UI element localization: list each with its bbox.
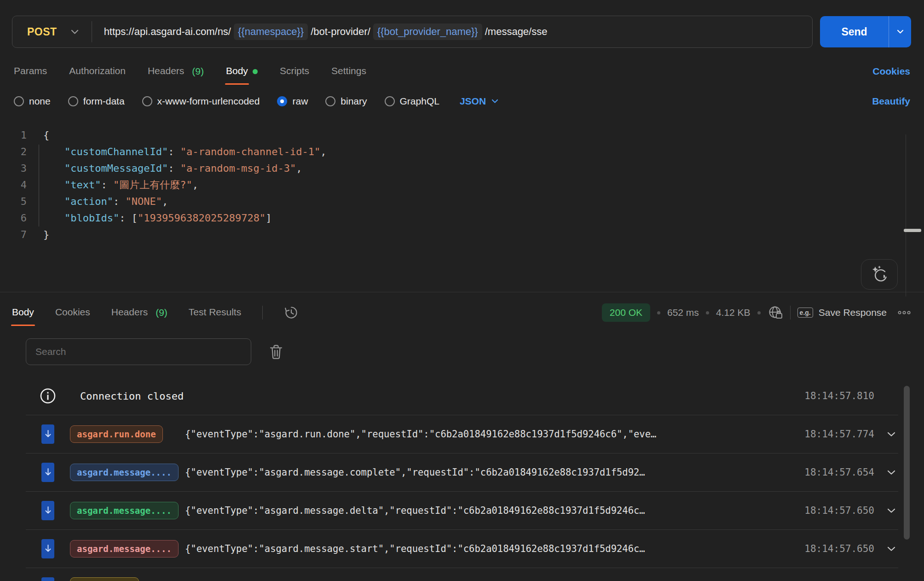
clear-events-button[interactable] [270, 344, 283, 360]
mode-none[interactable]: none [14, 96, 51, 107]
chevron-down-icon [897, 29, 904, 34]
response-headers-count: (9) [156, 307, 167, 318]
message-received-icon [41, 424, 54, 444]
status-badge[interactable]: 200 OK [602, 303, 650, 322]
code-line: 7 } [0, 227, 924, 243]
event-message: Connection closed [70, 390, 792, 402]
line-number: 3 [0, 160, 27, 177]
tab-params[interactable]: Params [14, 65, 47, 77]
event-row[interactable]: asgard.run.done {"eventType":"asgard.run… [26, 415, 898, 453]
response-section: Body Cookies Headers(9) Test Results 200… [0, 292, 924, 581]
code-line: 1 { [0, 127, 924, 144]
response-tab-body[interactable]: Body [12, 307, 34, 319]
line-number: 4 [0, 177, 27, 193]
event-stream-list: Connection closed 18:14:57.810 asgard.ru… [26, 377, 898, 581]
request-body-editor[interactable]: 1 { 2 "customChannelId": "a-random-chann… [0, 127, 924, 292]
line-number: 5 [0, 193, 27, 210]
mode-binary[interactable]: binary [325, 96, 367, 107]
postbot-sparkle-icon [870, 265, 889, 284]
url-segment: /bot-provider/ [311, 26, 370, 38]
event-message: {"eventType":"asgard.message.start","req… [185, 543, 792, 554]
tab-scripts[interactable]: Scripts [280, 65, 309, 77]
event-message: {"eventType":"asgard.message.complete","… [185, 467, 792, 478]
url-segment: https://api.asgard-ai.com/ns/ [104, 26, 231, 38]
event-row[interactable]: asgard.message.... {"eventType":"asgard.… [26, 492, 898, 530]
response-size[interactable]: 4.12 KB [716, 307, 751, 318]
expand-event-button[interactable] [884, 432, 898, 437]
message-received-icon [41, 463, 54, 482]
url-segment: /message/sse [485, 26, 548, 38]
url-input[interactable]: https://api.asgard-ai.com/ns/ {{namespac… [92, 23, 548, 40]
mode-graphql[interactable]: GraphQL [385, 96, 439, 107]
events-scrollbar-thumb[interactable] [904, 386, 910, 540]
send-button[interactable]: Send [820, 16, 889, 47]
event-type-badge: asgard.message.... [70, 540, 179, 558]
info-icon [40, 388, 56, 404]
tab-settings[interactable]: Settings [331, 65, 366, 77]
method-selector[interactable]: POST [12, 26, 92, 38]
response-history-button[interactable] [284, 305, 299, 320]
request-tabs: Params Authorization Headers(9) Body Scr… [0, 48, 924, 77]
response-more-options-button[interactable] [897, 310, 911, 315]
cookies-link[interactable]: Cookies [872, 66, 910, 77]
event-row-connection-closed[interactable]: Connection closed 18:14:57.810 [26, 377, 898, 415]
event-row[interactable]: asgard.message.... {"eventType":"asgard.… [26, 453, 898, 492]
event-type-badge: asgard.message.... [70, 502, 179, 519]
expand-event-button[interactable] [884, 470, 898, 475]
expand-event-button[interactable] [884, 546, 898, 552]
mode-raw[interactable]: raw [277, 96, 308, 107]
save-as-example-icon: e.g. [797, 308, 813, 318]
event-timestamp: 18:14:57.654 [804, 467, 874, 478]
radio-icon [325, 96, 335, 106]
response-tab-test-results[interactable]: Test Results [189, 307, 241, 319]
response-meta: 200 OK 652 ms 4.12 KB e. [602, 303, 911, 322]
tab-body[interactable]: Body [226, 65, 258, 77]
language-selector[interactable]: JSON [460, 96, 498, 107]
event-timestamp: 18:14:57.650 [804, 543, 874, 554]
line-number: 6 [0, 210, 27, 227]
save-response-button[interactable]: e.g. Save Response [797, 307, 887, 318]
more-options-icon [897, 310, 911, 315]
mode-x-www-form-urlencoded[interactable]: x-www-form-urlencoded [142, 96, 260, 107]
response-tab-cookies[interactable]: Cookies [55, 307, 90, 319]
postbot-ai-button[interactable] [861, 259, 898, 290]
response-tab-headers[interactable]: Headers(9) [111, 307, 167, 319]
chevron-down-icon [491, 99, 498, 104]
divider [262, 306, 263, 320]
radio-icon [14, 96, 24, 106]
event-search-row [0, 322, 924, 365]
dot-separator [706, 311, 709, 314]
send-options-button[interactable] [889, 16, 911, 47]
event-timestamp: 18:14:57.650 [804, 505, 874, 516]
chevron-down-icon [71, 29, 79, 35]
url-field: POST https://api.asgard-ai.com/ns/ {{nam… [12, 16, 813, 48]
url-variable-bot-provider-name[interactable]: {{bot_provider_name}} [373, 23, 482, 40]
message-received-icon [41, 539, 54, 558]
event-timestamp: 18:14:57.810 [804, 390, 874, 401]
clock-history-icon [284, 305, 299, 320]
event-type-badge [70, 577, 139, 581]
method-label: POST [27, 26, 57, 38]
indent-guide [39, 145, 39, 227]
tab-headers[interactable]: Headers(9) [148, 65, 204, 77]
editor-scrollbar-thumb[interactable] [904, 229, 921, 232]
mode-form-data[interactable]: form-data [68, 96, 125, 107]
unsaved-changes-dot [253, 69, 258, 74]
code-line: 4 "text": "圖片上有什麼?", [0, 177, 924, 193]
postman-window: POST https://api.asgard-ai.com/ns/ {{nam… [0, 0, 924, 581]
dot-separator [657, 311, 660, 314]
code-line: 5 "action": "NONE", [0, 193, 924, 210]
expand-event-button[interactable] [884, 508, 898, 513]
url-variable-namespace[interactable]: {{namespace}} [234, 23, 308, 40]
event-row[interactable]: asgard.message.... {"eventType":"asgard.… [26, 530, 898, 568]
search-input[interactable] [26, 338, 251, 365]
event-row[interactable] [26, 568, 898, 581]
event-type-badge: asgard.message.... [70, 464, 179, 481]
tab-authorization[interactable]: Authorization [69, 65, 126, 77]
event-timestamp: 18:14:57.774 [804, 429, 874, 440]
chevron-down-icon [887, 470, 895, 475]
beautify-link[interactable]: Beautify [872, 96, 910, 107]
response-time[interactable]: 652 ms [667, 307, 699, 318]
network-info-button[interactable] [768, 305, 783, 320]
body-mode-row: none form-data x-www-form-urlencoded raw… [0, 77, 924, 107]
